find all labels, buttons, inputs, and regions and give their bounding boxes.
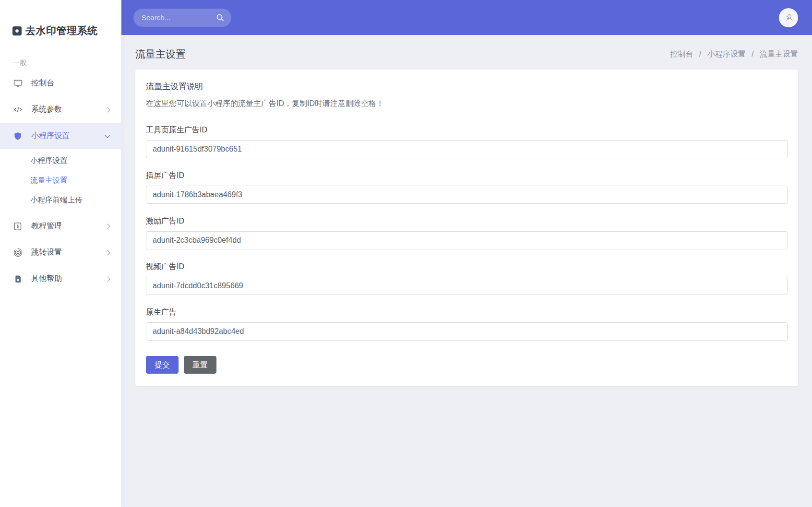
card-title: 流量主设置说明: [146, 81, 788, 92]
field-label: 原生广告: [146, 307, 788, 318]
native-ad-id-input[interactable]: [146, 322, 788, 341]
sidebar-item-tutorial-management[interactable]: 教程管理: [0, 213, 121, 239]
document-icon: [13, 274, 23, 284]
breadcrumb-separator: /: [752, 50, 753, 58]
form-group-tool-page-native-ad: 工具页原生广告ID: [146, 125, 788, 158]
sidebar-item-label: 小程序设置: [31, 131, 106, 141]
chevron-right-icon: [105, 224, 110, 229]
field-label: 工具页原生广告ID: [146, 125, 788, 135]
sidebar-item-redirect-settings[interactable]: 跳转设置: [0, 239, 121, 266]
sidebar-item-label: 控制台: [31, 78, 109, 88]
sidebar-item-label: 教程管理: [31, 221, 106, 231]
tool-page-native-ad-id-input[interactable]: [146, 140, 788, 158]
chevron-right-icon: [105, 276, 110, 282]
chevron-right-icon: [105, 250, 110, 255]
sidebar-section-label: 一般: [0, 44, 121, 70]
form-group-interstitial-ad: 插屏广告ID: [146, 171, 788, 204]
breadcrumb-item-current: 流量主设置: [760, 50, 798, 58]
chevron-right-icon: [105, 107, 110, 112]
code-icon: [13, 105, 23, 115]
tutorial-book-icon: [13, 222, 23, 231]
submenu-item-miniprogram-settings[interactable]: 小程序设置: [0, 151, 121, 171]
top-bar: [121, 0, 812, 35]
search-bar: [133, 9, 231, 27]
breadcrumb-item-miniprogram-settings[interactable]: 小程序设置: [707, 50, 746, 58]
sidebar-item-system-params[interactable]: 系统参数: [0, 96, 121, 123]
page-title: 流量主设置: [135, 47, 186, 61]
shield-icon: [13, 131, 23, 141]
breadcrumb-item-console[interactable]: 控制台: [670, 50, 693, 58]
app-logo-icon: [12, 26, 22, 35]
form-group-rewarded-ad: 激励广告ID: [146, 216, 788, 249]
video-ad-id-input[interactable]: [146, 277, 788, 295]
search-icon[interactable]: [216, 13, 225, 22]
monitor-icon: [13, 79, 23, 88]
app-logo: 去水印管理系统: [0, 0, 121, 44]
page-head: 流量主设置 控制台 / 小程序设置 / 流量主设置: [121, 35, 812, 70]
submit-button[interactable]: 提交: [146, 356, 179, 374]
breadcrumb: 控制台 / 小程序设置 / 流量主设置: [670, 49, 798, 59]
user-avatar[interactable]: [779, 8, 798, 27]
field-label: 视频广告ID: [146, 262, 788, 272]
sidebar-item-miniprogram-settings[interactable]: 小程序设置: [0, 123, 121, 149]
sidebar-item-label: 跳转设置: [31, 248, 106, 258]
sidebar-item-other-help[interactable]: 其他帮助: [0, 266, 121, 292]
field-label: 激励广告ID: [146, 216, 788, 226]
sidebar-submenu: 小程序设置 流量主设置 小程序前端上传: [0, 149, 121, 213]
fingerprint-icon: [13, 248, 23, 258]
main-area: 流量主设置 控制台 / 小程序设置 / 流量主设置 流量主设置说明 在这里您可以…: [121, 0, 812, 507]
chevron-down-icon: [105, 132, 110, 138]
app-title: 去水印管理系统: [25, 24, 98, 37]
interstitial-ad-id-input[interactable]: [146, 186, 788, 204]
sidebar: 去水印管理系统 一般 控制台 系统参数 小程序设置: [0, 0, 121, 507]
form-group-native-ad: 原生广告: [146, 307, 788, 341]
card-description: 在这里您可以设置小程序的流量主广告ID，复制ID时请注意删除空格！: [146, 99, 788, 109]
sidebar-item-label: 其他帮助: [31, 274, 106, 284]
submenu-item-frontend-upload[interactable]: 小程序前端上传: [0, 190, 121, 210]
search-input[interactable]: [142, 13, 216, 22]
content-area: 流量主设置 控制台 / 小程序设置 / 流量主设置 流量主设置说明 在这里您可以…: [121, 35, 812, 507]
field-label: 插屏广告ID: [146, 171, 788, 181]
form-group-video-ad: 视频广告ID: [146, 262, 788, 295]
app-window: 去水印管理系统 一般 控制台 系统参数 小程序设置: [0, 0, 812, 507]
settings-card: 流量主设置说明 在这里您可以设置小程序的流量主广告ID，复制ID时请注意删除空格…: [135, 70, 798, 386]
breadcrumb-separator: /: [699, 50, 701, 58]
form-actions: 提交 重置: [146, 356, 788, 374]
rewarded-ad-id-input[interactable]: [146, 231, 788, 249]
sidebar-item-label: 系统参数: [31, 105, 106, 115]
sidebar-item-console[interactable]: 控制台: [0, 70, 121, 96]
reset-button[interactable]: 重置: [184, 356, 216, 374]
submenu-item-traffic-settings[interactable]: 流量主设置: [0, 171, 121, 190]
